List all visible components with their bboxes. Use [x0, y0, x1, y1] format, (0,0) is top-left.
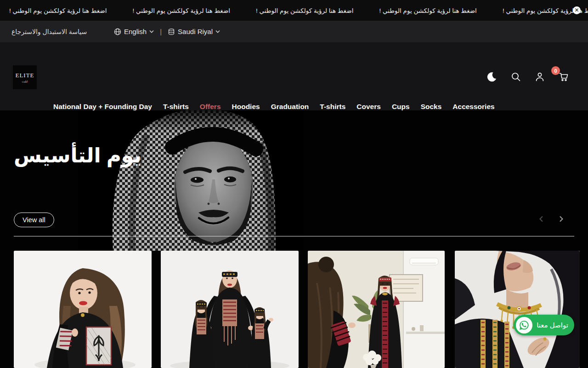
header-icons: 0 [486, 72, 570, 84]
language-selector[interactable]: English [114, 28, 154, 35]
utility-bar: سياسة الاستبدال والاسترجاع English | [0, 21, 588, 43]
user-icon [535, 72, 545, 84]
return-policy-link[interactable]: سياسة الاستبدال والاسترجاع [11, 21, 87, 42]
logo[interactable]: ELITE ايليت [13, 65, 37, 89]
currency-selector[interactable]: Saudi Riyal [168, 28, 220, 35]
product-photo [161, 251, 299, 368]
nav-item-hoodies[interactable]: Hoodies [232, 103, 260, 111]
chevron-down-icon [149, 30, 154, 33]
carousel-next-button[interactable] [557, 215, 565, 224]
nav-item-national-day[interactable]: National Day + Founding Day [53, 103, 152, 111]
nav-item-cups[interactable]: Cups [392, 103, 410, 111]
moon-icon [486, 71, 498, 84]
whatsapp-icon [516, 317, 532, 334]
close-announcement-button[interactable]: ✕ [573, 6, 581, 14]
riyal-coins-icon [168, 28, 175, 35]
product-photo [455, 251, 580, 368]
site-header: ELITE ايليت National Day + Founding Day … [0, 42, 588, 110]
announcement-message[interactable]: اضغط هنا لرؤية كولكشن يوم الوطني ! [379, 7, 476, 14]
logo-subtext: ايليت [22, 80, 28, 83]
logo-text: ELITE [15, 72, 34, 79]
whatsapp-label: تواصل معنا [532, 321, 574, 329]
announcement-bar: اضغط هنا لرؤية كولكشن يوم الوطني ! اضغط … [0, 0, 588, 21]
account-button[interactable] [534, 72, 546, 84]
chevron-down-icon [215, 30, 220, 33]
nav-item-graduation[interactable]: Graduation [271, 103, 309, 111]
chevron-right-icon [557, 216, 565, 224]
product-photo [14, 251, 152, 368]
currency-label: Saudi Riyal [178, 28, 213, 35]
globe-icon [114, 28, 121, 35]
search-icon [511, 72, 521, 84]
main-nav-row1: National Day + Founding Day T-shirts Off… [53, 103, 495, 111]
locale-controls: English | Saudi Riyal [114, 21, 220, 42]
cart-button[interactable]: 0 [558, 72, 570, 84]
language-label: English [124, 28, 147, 35]
cart-badge: 0 [551, 66, 560, 75]
nav-item-accessories[interactable]: Accessories [452, 103, 494, 111]
section-divider [14, 236, 574, 236]
announcement-message[interactable]: اضغط هنا لرؤية كولكشن يوم الوطني ! [256, 7, 353, 14]
whatsapp-button[interactable]: تواصل معنا [514, 315, 574, 335]
nav-item-offers[interactable]: Offers [200, 103, 221, 111]
hero-section: يوم التأسيس View all [0, 110, 588, 251]
view-all-button[interactable]: View all [14, 213, 54, 227]
close-icon: ✕ [574, 7, 579, 13]
hero-portrait-image [78, 110, 303, 251]
dark-mode-toggle[interactable] [486, 72, 498, 84]
nav-item-tshirts-2[interactable]: T-shirts [320, 103, 345, 111]
cart-icon [559, 72, 569, 84]
chevron-left-icon [538, 216, 545, 224]
product-card[interactable] [308, 251, 445, 368]
product-card[interactable] [455, 251, 580, 368]
nav-item-tshirts-1[interactable]: T-shirts [163, 103, 189, 111]
hero-title: يوم التأسيس [14, 144, 141, 167]
nav-item-socks[interactable]: Socks [421, 103, 442, 111]
storefront-page: اضغط هنا لرؤية كولكشن يوم الوطني ! اضغط … [0, 0, 588, 368]
announcement-message[interactable]: اضغط هنا لرؤية كولكشن يوم الوطني ! [9, 7, 107, 14]
nav-item-covers[interactable]: Covers [356, 103, 381, 111]
product-photo [308, 251, 445, 368]
search-button[interactable] [510, 72, 522, 84]
product-card[interactable] [14, 251, 152, 368]
product-card[interactable] [161, 251, 299, 368]
separator: | [160, 28, 162, 35]
carousel-prev-button[interactable] [538, 215, 546, 224]
announcement-message[interactable]: اضغط هنا لرؤية كولكشن يوم الوطني ! [132, 7, 230, 14]
